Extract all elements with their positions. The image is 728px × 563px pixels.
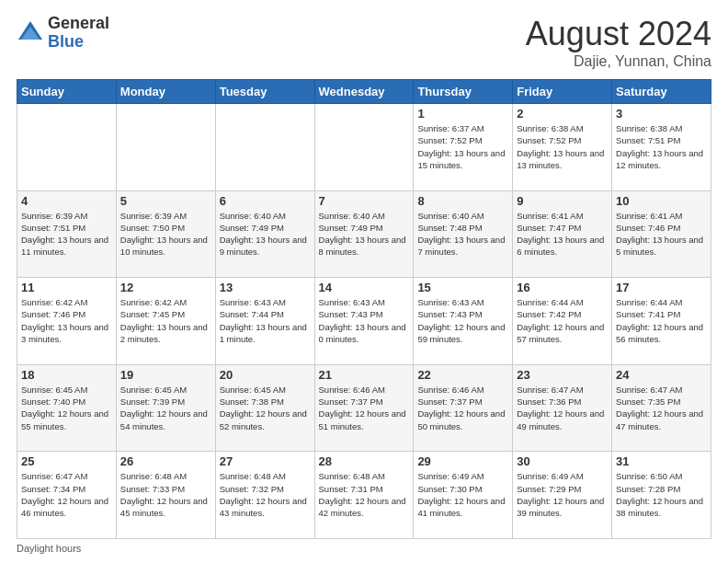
calendar-cell: 4Sunrise: 6:39 AM Sunset: 7:51 PM Daylig… [17, 190, 117, 278]
title-block: August 2024 Dajie, Yunnan, China [526, 15, 711, 70]
logo-blue-text: Blue [48, 33, 109, 52]
day-info: Sunrise: 6:48 AM Sunset: 7:32 PM Dayligh… [220, 470, 311, 519]
day-info: Sunrise: 6:44 AM Sunset: 7:42 PM Dayligh… [517, 296, 608, 345]
calendar-cell: 13Sunrise: 6:43 AM Sunset: 7:44 PM Dayli… [215, 278, 314, 365]
day-number: 23 [517, 368, 608, 382]
calendar-week-2: 11Sunrise: 6:42 AM Sunset: 7:46 PM Dayli… [17, 278, 711, 365]
day-info: Sunrise: 6:45 AM Sunset: 7:38 PM Dayligh… [220, 384, 311, 432]
month-year-title: August 2024 [526, 15, 711, 53]
day-number: 31 [616, 454, 707, 468]
day-number: 22 [417, 368, 508, 382]
day-info: Sunrise: 6:43 AM Sunset: 7:44 PM Dayligh… [220, 296, 311, 345]
day-number: 20 [220, 368, 311, 382]
day-number: 3 [616, 107, 707, 121]
day-info: Sunrise: 6:48 AM Sunset: 7:31 PM Dayligh… [319, 470, 410, 519]
calendar-week-3: 18Sunrise: 6:45 AM Sunset: 7:40 PM Dayli… [17, 364, 711, 452]
calendar-cell: 8Sunrise: 6:40 AM Sunset: 7:48 PM Daylig… [414, 190, 513, 278]
calendar-cell: 2Sunrise: 6:38 AM Sunset: 7:52 PM Daylig… [513, 104, 612, 191]
calendar-cell: 19Sunrise: 6:45 AM Sunset: 7:39 PM Dayli… [116, 364, 215, 452]
day-info: Sunrise: 6:47 AM Sunset: 7:35 PM Dayligh… [616, 384, 707, 432]
day-info: Sunrise: 6:39 AM Sunset: 7:50 PM Dayligh… [120, 210, 211, 259]
day-number: 12 [120, 281, 211, 294]
calendar-cell: 10Sunrise: 6:41 AM Sunset: 7:46 PM Dayli… [612, 190, 711, 278]
day-number: 29 [417, 454, 508, 468]
calendar-cell: 21Sunrise: 6:46 AM Sunset: 7:37 PM Dayli… [314, 364, 414, 452]
day-number: 4 [21, 194, 112, 208]
calendar-cell: 9Sunrise: 6:41 AM Sunset: 7:47 PM Daylig… [513, 190, 612, 278]
day-info: Sunrise: 6:40 AM Sunset: 7:48 PM Dayligh… [417, 210, 508, 259]
day-number: 18 [21, 368, 112, 382]
calendar-cell: 3Sunrise: 6:38 AM Sunset: 7:51 PM Daylig… [612, 104, 711, 191]
logo-icon [17, 19, 44, 47]
calendar-header-monday: Monday [116, 80, 215, 104]
calendar-cell [17, 104, 117, 191]
calendar-header-wednesday: Wednesday [314, 80, 414, 104]
calendar-cell: 28Sunrise: 6:48 AM Sunset: 7:31 PM Dayli… [314, 452, 414, 539]
day-number: 27 [220, 454, 311, 468]
day-number: 14 [319, 281, 410, 294]
day-number: 6 [220, 194, 311, 208]
day-info: Sunrise: 6:41 AM Sunset: 7:46 PM Dayligh… [616, 210, 707, 259]
calendar-week-0: 1Sunrise: 6:37 AM Sunset: 7:52 PM Daylig… [17, 104, 711, 191]
calendar-cell: 12Sunrise: 6:42 AM Sunset: 7:45 PM Dayli… [116, 278, 215, 365]
calendar-table: SundayMondayTuesdayWednesdayThursdayFrid… [17, 79, 711, 539]
day-info: Sunrise: 6:49 AM Sunset: 7:29 PM Dayligh… [517, 470, 608, 519]
calendar-cell [215, 104, 314, 191]
calendar-cell: 29Sunrise: 6:49 AM Sunset: 7:30 PM Dayli… [414, 452, 513, 539]
calendar-header-saturday: Saturday [612, 80, 711, 104]
calendar-cell: 7Sunrise: 6:40 AM Sunset: 7:49 PM Daylig… [314, 190, 414, 278]
calendar-cell: 26Sunrise: 6:48 AM Sunset: 7:33 PM Dayli… [116, 452, 215, 539]
calendar-header-row: SundayMondayTuesdayWednesdayThursdayFrid… [17, 80, 711, 104]
calendar-cell: 31Sunrise: 6:50 AM Sunset: 7:28 PM Dayli… [612, 452, 711, 539]
header: General Blue August 2024 Dajie, Yunnan, … [17, 15, 711, 70]
day-info: Sunrise: 6:40 AM Sunset: 7:49 PM Dayligh… [220, 210, 311, 259]
day-info: Sunrise: 6:47 AM Sunset: 7:36 PM Dayligh… [517, 384, 608, 432]
calendar-cell [116, 104, 215, 191]
day-number: 13 [220, 281, 311, 294]
day-number: 7 [319, 194, 410, 208]
location-title: Dajie, Yunnan, China [526, 53, 711, 70]
day-number: 26 [120, 454, 211, 468]
day-info: Sunrise: 6:41 AM Sunset: 7:47 PM Dayligh… [517, 210, 608, 259]
calendar-cell: 20Sunrise: 6:45 AM Sunset: 7:38 PM Dayli… [215, 364, 314, 452]
footer-note: Daylight hours [17, 543, 711, 554]
day-info: Sunrise: 6:44 AM Sunset: 7:41 PM Dayligh… [616, 296, 707, 345]
day-number: 30 [517, 454, 608, 468]
day-number: 17 [616, 281, 707, 294]
calendar-cell: 30Sunrise: 6:49 AM Sunset: 7:29 PM Dayli… [513, 452, 612, 539]
day-number: 25 [21, 454, 112, 468]
day-number: 10 [616, 194, 707, 208]
day-number: 28 [319, 454, 410, 468]
day-info: Sunrise: 6:38 AM Sunset: 7:51 PM Dayligh… [616, 122, 707, 171]
calendar-header-sunday: Sunday [17, 80, 117, 104]
day-info: Sunrise: 6:49 AM Sunset: 7:30 PM Dayligh… [417, 470, 508, 519]
calendar-cell: 23Sunrise: 6:47 AM Sunset: 7:36 PM Dayli… [513, 364, 612, 452]
day-number: 19 [120, 368, 211, 382]
day-info: Sunrise: 6:39 AM Sunset: 7:51 PM Dayligh… [21, 210, 112, 259]
day-info: Sunrise: 6:37 AM Sunset: 7:52 PM Dayligh… [417, 122, 508, 171]
day-number: 24 [616, 368, 707, 382]
day-number: 5 [120, 194, 211, 208]
day-info: Sunrise: 6:46 AM Sunset: 7:37 PM Dayligh… [319, 384, 410, 432]
day-info: Sunrise: 6:43 AM Sunset: 7:43 PM Dayligh… [319, 296, 410, 345]
day-info: Sunrise: 6:45 AM Sunset: 7:40 PM Dayligh… [21, 384, 112, 432]
calendar-cell: 1Sunrise: 6:37 AM Sunset: 7:52 PM Daylig… [414, 104, 513, 191]
day-info: Sunrise: 6:42 AM Sunset: 7:45 PM Dayligh… [120, 296, 211, 345]
day-info: Sunrise: 6:46 AM Sunset: 7:37 PM Dayligh… [417, 384, 508, 432]
calendar-cell: 27Sunrise: 6:48 AM Sunset: 7:32 PM Dayli… [215, 452, 314, 539]
day-info: Sunrise: 6:43 AM Sunset: 7:43 PM Dayligh… [417, 296, 508, 345]
calendar-cell: 17Sunrise: 6:44 AM Sunset: 7:41 PM Dayli… [612, 278, 711, 365]
calendar-week-4: 25Sunrise: 6:47 AM Sunset: 7:34 PM Dayli… [17, 452, 711, 539]
day-info: Sunrise: 6:38 AM Sunset: 7:52 PM Dayligh… [517, 122, 608, 171]
calendar-week-1: 4Sunrise: 6:39 AM Sunset: 7:51 PM Daylig… [17, 190, 711, 278]
day-info: Sunrise: 6:50 AM Sunset: 7:28 PM Dayligh… [616, 470, 707, 519]
calendar-cell: 22Sunrise: 6:46 AM Sunset: 7:37 PM Dayli… [414, 364, 513, 452]
day-number: 8 [417, 194, 508, 208]
day-number: 21 [319, 368, 410, 382]
page: General Blue August 2024 Dajie, Yunnan, … [0, 0, 728, 563]
calendar-cell: 6Sunrise: 6:40 AM Sunset: 7:49 PM Daylig… [215, 190, 314, 278]
calendar-cell: 18Sunrise: 6:45 AM Sunset: 7:40 PM Dayli… [17, 364, 117, 452]
day-info: Sunrise: 6:47 AM Sunset: 7:34 PM Dayligh… [21, 470, 112, 519]
day-number: 2 [517, 107, 608, 121]
day-info: Sunrise: 6:48 AM Sunset: 7:33 PM Dayligh… [120, 470, 211, 519]
